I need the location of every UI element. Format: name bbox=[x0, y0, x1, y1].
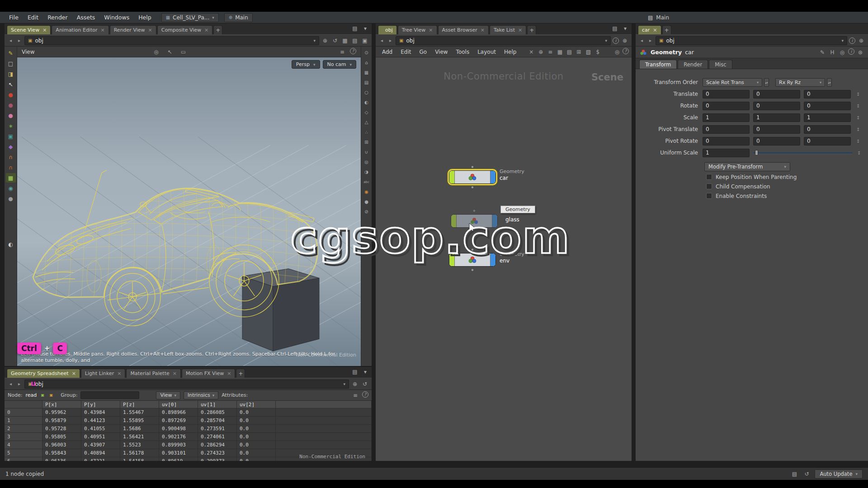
close-icon[interactable]: × bbox=[481, 28, 485, 33]
grid-icon[interactable]: ▦ bbox=[556, 48, 564, 56]
back-button[interactable]: ◂ bbox=[638, 37, 645, 45]
table-row[interactable]: 0 0.95962 0.43984 1.55467 0.898966 0.286… bbox=[5, 408, 372, 417]
rotate-z-field[interactable]: 0 bbox=[804, 102, 851, 110]
sphere-icon[interactable]: ● bbox=[362, 197, 371, 206]
help-book-icon[interactable]: H bbox=[828, 48, 836, 56]
tab-composite-view[interactable]: Composite View × bbox=[157, 25, 213, 34]
node-template-flag[interactable] bbox=[451, 215, 457, 227]
tab-car-params[interactable]: car × bbox=[638, 25, 661, 34]
forward-button[interactable]: ▸ bbox=[16, 37, 23, 45]
soft-magnet-tool-icon[interactable]: ∩ bbox=[6, 163, 16, 172]
sheet-path-field[interactable]: ▣ obj ▾ bbox=[24, 380, 349, 389]
slider-handle[interactable] bbox=[755, 150, 758, 155]
node-display-flag[interactable] bbox=[492, 215, 497, 227]
node-name-field[interactable]: car bbox=[685, 49, 694, 56]
menu-file[interactable]: File bbox=[5, 13, 23, 22]
enable-constraints-label[interactable]: Enable Constraints bbox=[716, 193, 767, 199]
desktop-main-button[interactable]: ⊕ Main bbox=[224, 13, 253, 22]
magnet-tool-icon[interactable]: ∩ bbox=[6, 152, 16, 162]
operator-icon[interactable]: ⊕ bbox=[537, 48, 545, 56]
chevron-down-icon[interactable]: ▾ bbox=[361, 24, 369, 33]
tab-geometry-spreadsheet[interactable]: Geometry Spreadsheet × bbox=[7, 369, 80, 378]
group-field[interactable] bbox=[80, 391, 139, 399]
menu-layout[interactable]: Layout bbox=[474, 47, 500, 56]
sync-icon[interactable]: ↺ bbox=[802, 470, 811, 478]
translate-x-field[interactable]: 0 bbox=[703, 90, 750, 99]
menu-help[interactable]: Help bbox=[500, 47, 520, 56]
pivot-rotate-y-field[interactable]: 0 bbox=[753, 137, 800, 145]
desktop-tab-button[interactable]: ▦ Cell_SLV_Pa... ▾ bbox=[161, 13, 219, 22]
close-icon[interactable]: × bbox=[101, 28, 105, 33]
node-input-connector[interactable] bbox=[471, 165, 474, 169]
child-compensation-label[interactable]: Child Compensation bbox=[716, 183, 770, 190]
node-template-flag[interactable] bbox=[449, 253, 455, 266]
table-row[interactable]: 1 0.95879 0.44123 1.55895 0.897269 0.285… bbox=[5, 417, 372, 425]
forward-button[interactable]: ▸ bbox=[16, 380, 23, 388]
node-car[interactable]: Geometry car bbox=[449, 170, 496, 184]
close-icon[interactable]: × bbox=[148, 28, 152, 33]
transform-order-select[interactable]: Scale Rot Trans ▾ bbox=[703, 78, 762, 87]
menu-tools[interactable]: Tools bbox=[453, 47, 473, 56]
node-input-connector[interactable] bbox=[471, 248, 474, 251]
tab-animation-editor[interactable]: Animation Editor × bbox=[52, 25, 108, 34]
gear-icon[interactable]: ⊛ bbox=[856, 48, 864, 56]
help-icon[interactable]: ? bbox=[350, 48, 356, 54]
menu-render[interactable]: Render bbox=[43, 13, 72, 22]
viewport-3d-canvas[interactable]: Persp ▾ No cam ▾ Left mouse tumbles. Mid… bbox=[17, 57, 361, 366]
group-select-icon[interactable]: ∪ bbox=[362, 148, 371, 156]
close-icon[interactable]: × bbox=[173, 371, 177, 376]
chevron-down-icon[interactable]: ▾ bbox=[621, 24, 629, 33]
add-tab-button[interactable]: + bbox=[527, 25, 536, 34]
ladder-handle[interactable]: ↕ bbox=[854, 115, 862, 120]
tab-render-view[interactable]: Render View × bbox=[110, 25, 156, 34]
main-desktop-label[interactable]: Main bbox=[656, 14, 669, 21]
bucket-tool-icon[interactable]: ● bbox=[6, 194, 16, 203]
tab-asset-browser[interactable]: Asset Browser × bbox=[438, 25, 489, 34]
ladder-handle[interactable]: ↕ bbox=[854, 103, 862, 108]
color-palette-icon[interactable]: ▧ bbox=[584, 48, 592, 56]
tools-icon[interactable]: × bbox=[527, 48, 535, 56]
node-template-flag[interactable] bbox=[449, 171, 455, 183]
node-output-connector[interactable] bbox=[471, 268, 474, 272]
orbit-tool-icon[interactable]: ◉ bbox=[6, 183, 16, 193]
home-view-icon[interactable]: ⌂ bbox=[362, 58, 371, 67]
points-icon[interactable]: ∴ bbox=[362, 128, 371, 136]
node-env[interactable]: Geometry env bbox=[449, 253, 496, 267]
frame-all-icon[interactable]: ▦ bbox=[362, 68, 371, 77]
close-icon[interactable]: × bbox=[204, 28, 208, 33]
child-compensation-checkbox[interactable] bbox=[706, 183, 712, 189]
scale-y-field[interactable]: 1 bbox=[753, 113, 800, 122]
disable-icon[interactable]: ⊘ bbox=[362, 207, 371, 216]
wireframe-icon[interactable]: ◇ bbox=[362, 108, 371, 117]
rotate-order-select[interactable]: Rx Ry Rz ▾ bbox=[775, 78, 825, 87]
perspective-select-button[interactable]: Persp ▾ bbox=[292, 60, 320, 69]
square-icon[interactable]: ▣ bbox=[361, 37, 369, 45]
network-canvas[interactable]: Non-Commercial Edition Scene bbox=[376, 57, 632, 461]
pane-menu-icon[interactable]: ▤ bbox=[351, 368, 359, 376]
rotate-x-field[interactable]: 0 bbox=[703, 102, 750, 110]
tab-render[interactable]: Render bbox=[678, 60, 708, 69]
sync-icon[interactable]: ↺ bbox=[361, 380, 369, 388]
help-icon[interactable]: ? bbox=[623, 48, 629, 54]
ladder-handle[interactable]: ↕ bbox=[854, 139, 862, 144]
zoom-icon[interactable]: ◎ bbox=[152, 48, 160, 56]
shaded-view-tool-icon[interactable]: ◐ bbox=[6, 239, 16, 249]
close-icon[interactable]: × bbox=[117, 371, 121, 376]
spinner-icon[interactable]: ▴▾ bbox=[764, 78, 769, 87]
menu-view[interactable]: View bbox=[431, 47, 451, 56]
node-display-flag[interactable] bbox=[490, 253, 495, 266]
list-icon[interactable]: ≡ bbox=[546, 48, 554, 56]
scene-path-field[interactable]: ▣ obj ▾ bbox=[24, 36, 319, 45]
ladder-handle[interactable]: ↕ bbox=[855, 150, 863, 155]
shade-icon[interactable]: ◐ bbox=[362, 98, 371, 107]
menu-go[interactable]: Go bbox=[415, 47, 430, 56]
keep-position-label[interactable]: Keep Position When Parenting bbox=[716, 174, 797, 180]
uv-tool-icon[interactable]: ▣ bbox=[6, 131, 16, 141]
menu-edit[interactable]: Edit bbox=[397, 47, 415, 56]
table-row[interactable]: 3 0.95805 0.40951 1.56421 0.902176 0.274… bbox=[5, 433, 372, 441]
tab-motion-fx-view[interactable]: Motion FX View × bbox=[182, 369, 235, 378]
lasso-icon[interactable]: ▭ bbox=[179, 48, 187, 56]
info-icon[interactable]: i bbox=[849, 38, 855, 44]
menu-edit[interactable]: Edit bbox=[23, 13, 43, 22]
scale-z-field[interactable]: 1 bbox=[804, 113, 851, 122]
